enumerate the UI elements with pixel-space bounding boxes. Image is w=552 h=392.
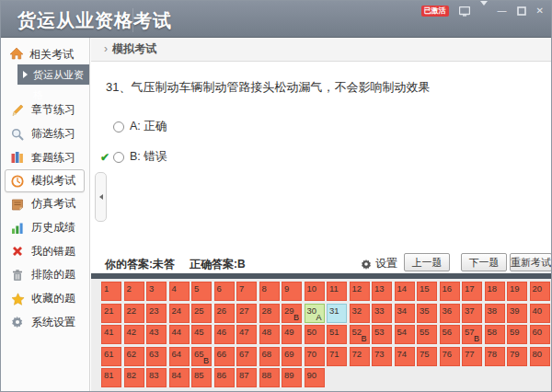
question-cell-68[interactable]: 68 xyxy=(259,347,280,366)
sidebar-item-freight-qualification[interactable]: 货运从业资格 xyxy=(17,64,89,85)
question-cell-72[interactable]: 72 xyxy=(350,347,370,366)
question-cell-87[interactable]: 87 xyxy=(236,368,257,387)
question-cell-4[interactable]: 4 xyxy=(169,282,190,301)
question-cell-39[interactable]: 39 xyxy=(507,304,527,323)
option-a-radio[interactable] xyxy=(113,121,124,133)
question-cell-80[interactable]: 80 xyxy=(530,347,550,366)
question-cell-53[interactable]: 53 xyxy=(372,325,392,344)
question-cell-19[interactable]: 19 xyxy=(507,282,527,301)
settings-button[interactable]: 设置 xyxy=(361,256,397,271)
question-cell-21[interactable]: 21 xyxy=(101,304,121,323)
question-cell-12[interactable]: 12 xyxy=(350,282,370,301)
question-cell-69[interactable]: 69 xyxy=(282,347,302,366)
question-cell-57[interactable]: 57B xyxy=(462,325,482,344)
question-cell-22[interactable]: 22 xyxy=(124,304,144,323)
question-cell-33[interactable]: 33 xyxy=(372,304,392,323)
question-cell-75[interactable]: 75 xyxy=(417,347,437,366)
question-cell-89[interactable]: 89 xyxy=(282,368,302,387)
question-cell-51[interactable]: 51 xyxy=(327,325,347,344)
question-cell-1[interactable]: 1 xyxy=(101,282,121,301)
sidebar-item-simulation-exam[interactable]: 仿真考试 xyxy=(1,192,89,216)
sidebar-item-mock-exam[interactable]: 模拟考试 xyxy=(5,169,85,192)
question-cell-55[interactable]: 55 xyxy=(417,325,437,344)
sidebar-item-history-scores[interactable]: 历史成绩 xyxy=(1,216,89,240)
question-cell-90[interactable]: 90 xyxy=(305,368,325,387)
question-cell-28[interactable]: 28 xyxy=(259,304,280,323)
close-button[interactable]: ✕ xyxy=(536,6,544,17)
question-cell-8[interactable]: 8 xyxy=(259,282,280,301)
question-cell-81[interactable]: 81 xyxy=(101,368,121,387)
question-cell-56[interactable]: 56 xyxy=(440,325,460,344)
sidebar-item-excluded-questions[interactable]: 排除的题 xyxy=(1,263,89,287)
question-cell-77[interactable]: 77 xyxy=(462,347,482,366)
question-cell-15[interactable]: 15 xyxy=(417,282,437,301)
question-cell-43[interactable]: 43 xyxy=(146,325,167,344)
sidebar-item-filter-practice[interactable]: 筛选练习 xyxy=(1,122,89,146)
chevron-down-icon[interactable] xyxy=(480,6,488,17)
question-cell-60[interactable]: 60 xyxy=(530,325,550,344)
question-cell-35[interactable]: 35 xyxy=(417,304,437,323)
question-cell-37[interactable]: 37 xyxy=(462,304,482,323)
question-cell-9[interactable]: 9 xyxy=(282,282,302,301)
question-cell-78[interactable]: 78 xyxy=(485,347,505,366)
question-cell-30[interactable]: 30A xyxy=(305,304,325,323)
question-cell-67[interactable]: 67 xyxy=(236,347,257,366)
question-cell-79[interactable]: 79 xyxy=(507,347,527,366)
question-cell-23[interactable]: 23 xyxy=(146,304,167,323)
question-cell-18[interactable]: 18 xyxy=(485,282,505,301)
question-cell-47[interactable]: 47 xyxy=(236,325,257,344)
question-cell-45[interactable]: 45 xyxy=(191,325,212,344)
option-b[interactable]: ✔ B: 错误 xyxy=(100,149,167,165)
question-cell-7[interactable]: 7 xyxy=(236,282,257,301)
question-cell-26[interactable]: 26 xyxy=(214,304,235,323)
question-cell-64[interactable]: 64 xyxy=(169,347,190,366)
question-cell-5[interactable]: 5 xyxy=(191,282,212,301)
question-cell-46[interactable]: 46 xyxy=(214,325,235,344)
question-cell-20[interactable]: 20 xyxy=(530,282,550,301)
question-cell-31[interactable]: 31 xyxy=(327,304,347,323)
question-cell-38[interactable]: 38 xyxy=(485,304,505,323)
question-cell-36[interactable]: 36 xyxy=(440,304,460,323)
minimize-button[interactable]: — xyxy=(498,6,507,17)
sidebar-item-set-practice[interactable]: 套题练习 xyxy=(1,145,89,169)
question-cell-25[interactable]: 25 xyxy=(191,304,212,323)
maximize-button[interactable] xyxy=(517,6,526,16)
question-cell-14[interactable]: 14 xyxy=(395,282,415,301)
question-cell-16[interactable]: 16 xyxy=(440,282,460,301)
question-cell-3[interactable]: 3 xyxy=(146,282,167,301)
question-cell-71[interactable]: 71 xyxy=(327,347,347,366)
question-cell-11[interactable]: 11 xyxy=(327,282,347,301)
next-question-button[interactable]: 下一题 xyxy=(461,253,507,271)
question-cell-70[interactable]: 70 xyxy=(305,347,325,366)
question-cell-41[interactable]: 41 xyxy=(101,325,121,344)
feedback-icon[interactable] xyxy=(459,6,470,17)
question-cell-82[interactable]: 82 xyxy=(124,368,144,387)
sidebar-item-my-mistakes[interactable]: 我的错题 xyxy=(1,239,89,263)
question-cell-61[interactable]: 61 xyxy=(101,347,121,366)
sidebar-header-related-exams[interactable]: 相关考试 xyxy=(9,47,74,63)
question-cell-24[interactable]: 24 xyxy=(169,304,190,323)
question-cell-34[interactable]: 34 xyxy=(395,304,415,323)
question-cell-32[interactable]: 32 xyxy=(350,304,370,323)
question-cell-13[interactable]: 13 xyxy=(372,282,392,301)
question-cell-88[interactable]: 88 xyxy=(259,368,280,387)
question-cell-48[interactable]: 48 xyxy=(259,325,280,344)
option-b-radio[interactable] xyxy=(113,152,124,163)
question-cell-74[interactable]: 74 xyxy=(395,347,415,366)
sidebar-item-system-settings[interactable]: 系统设置 xyxy=(1,311,89,335)
question-cell-85[interactable]: 85 xyxy=(191,368,212,387)
question-cell-73[interactable]: 73 xyxy=(372,347,392,366)
question-cell-40[interactable]: 40 xyxy=(530,304,550,323)
question-cell-59[interactable]: 59 xyxy=(507,325,527,344)
question-cell-63[interactable]: 63 xyxy=(146,347,167,366)
question-cell-86[interactable]: 86 xyxy=(214,368,235,387)
question-cell-52[interactable]: 52B xyxy=(350,325,370,344)
question-cell-62[interactable]: 62 xyxy=(124,347,144,366)
restart-exam-button[interactable]: 重新考试 xyxy=(510,253,552,271)
question-cell-2[interactable]: 2 xyxy=(124,282,144,301)
question-cell-6[interactable]: 6 xyxy=(214,282,235,301)
question-cell-65[interactable]: 65B xyxy=(191,347,212,366)
question-cell-84[interactable]: 84 xyxy=(169,368,190,387)
question-cell-66[interactable]: 66 xyxy=(214,347,235,366)
question-cell-76[interactable]: 76 xyxy=(440,347,460,366)
